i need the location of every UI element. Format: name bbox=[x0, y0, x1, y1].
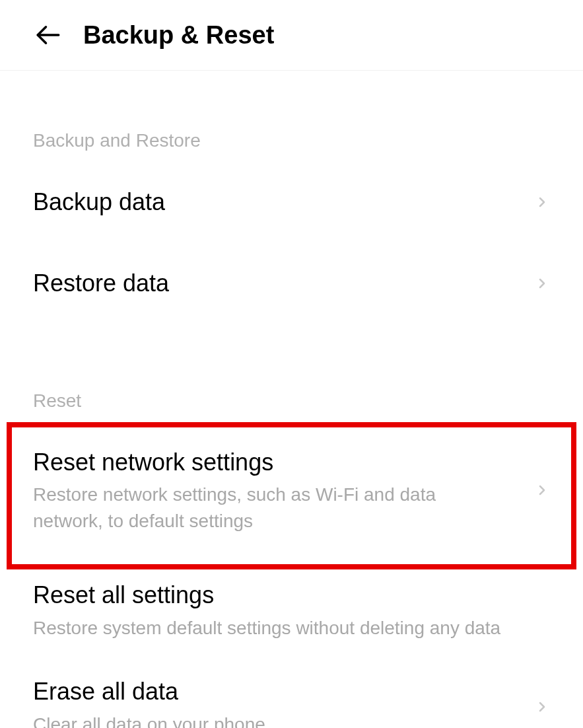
item-subtitle: Restore system default settings without … bbox=[33, 615, 550, 641]
item-text: Reset all settings Restore system defaul… bbox=[33, 580, 550, 641]
item-text: Erase all data Clear all data on your ph… bbox=[33, 676, 528, 728]
item-text: Restore data bbox=[33, 268, 528, 299]
item-erase-all-data[interactable]: Erase all data Clear all data on your ph… bbox=[33, 666, 550, 728]
content: Backup and Restore Backup data Restore d… bbox=[0, 130, 583, 728]
item-text: Backup data bbox=[33, 187, 528, 218]
item-title: Reset all settings bbox=[33, 580, 550, 611]
item-subtitle: Restore network settings, such as Wi-Fi … bbox=[33, 482, 508, 533]
item-title: Erase all data bbox=[33, 676, 528, 708]
item-backup-data[interactable]: Backup data bbox=[33, 162, 550, 243]
chevron-right-icon bbox=[534, 194, 550, 210]
section-header-backup: Backup and Restore bbox=[33, 130, 550, 155]
chevron-right-icon bbox=[534, 482, 550, 498]
back-button[interactable] bbox=[33, 20, 63, 50]
item-title: Backup data bbox=[33, 187, 528, 218]
item-title: Reset network settings bbox=[33, 447, 528, 478]
page-title: Backup & Reset bbox=[83, 21, 274, 50]
item-subtitle: Clear all data on your phone bbox=[33, 711, 528, 728]
header: Backup & Reset bbox=[0, 0, 583, 71]
item-title: Restore data bbox=[33, 268, 528, 299]
arrow-left-icon bbox=[34, 21, 62, 49]
chevron-right-icon bbox=[534, 275, 550, 291]
item-reset-all-settings[interactable]: Reset all settings Restore system defaul… bbox=[33, 569, 550, 666]
item-reset-network-settings[interactable]: Reset network settings Restore network s… bbox=[7, 422, 576, 569]
chevron-right-icon bbox=[534, 699, 550, 715]
item-restore-data[interactable]: Restore data bbox=[33, 243, 550, 324]
section-header-reset: Reset bbox=[33, 390, 550, 416]
item-text: Reset network settings Restore network s… bbox=[33, 447, 528, 534]
